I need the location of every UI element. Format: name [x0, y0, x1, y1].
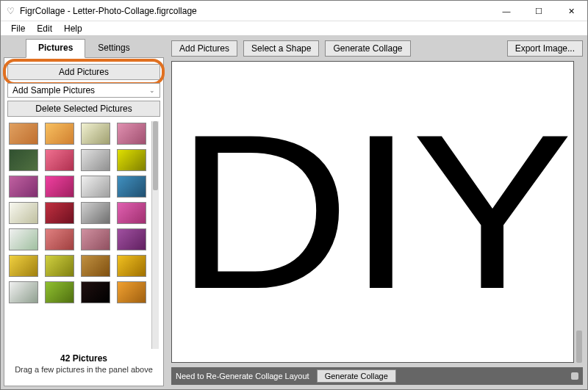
sidebar: Pictures Settings Add Pictures Add Sampl… — [1, 36, 167, 389]
thumbnail[interactable] — [9, 202, 38, 224]
shape-text: DIY — [176, 118, 570, 306]
close-button[interactable]: ✕ — [555, 1, 587, 21]
titlebar: ♡ FigrCollage - Letter-Photo-Collage.fig… — [1, 1, 587, 21]
app-icon: ♡ — [5, 6, 15, 16]
add-pictures-button[interactable]: Add Pictures — [7, 64, 160, 80]
thumbnail[interactable] — [81, 149, 110, 171]
maximize-button[interactable]: ☐ — [523, 1, 555, 21]
toolbar-add-pictures[interactable]: Add Pictures — [171, 40, 237, 57]
thumbnail[interactable] — [117, 228, 146, 250]
thumbnail[interactable] — [45, 228, 74, 250]
thumbnail[interactable] — [45, 281, 74, 303]
thumbnail[interactable] — [45, 123, 74, 145]
thumbnail[interactable] — [117, 123, 146, 145]
thumbnail[interactable] — [117, 281, 146, 303]
toolbar-export-image[interactable]: Export Image... — [507, 40, 583, 57]
collage-canvas[interactable]: DIY — [171, 61, 574, 363]
thumbnail[interactable] — [9, 123, 38, 145]
thumbnail[interactable] — [117, 149, 146, 171]
thumbnail[interactable] — [117, 202, 146, 224]
toolbar-select-shape[interactable]: Select a Shape — [243, 40, 319, 57]
toolbar-generate-collage[interactable]: Generate Collage — [325, 40, 410, 57]
thumbnail[interactable] — [45, 202, 74, 224]
canvas-scrollbar[interactable] — [576, 61, 583, 363]
status-indicator — [571, 372, 578, 380]
thumbnail[interactable] — [9, 149, 38, 171]
menu-file[interactable]: File — [5, 22, 31, 35]
thumbnail[interactable] — [81, 176, 110, 198]
dropdown-label: Add Sample Pictures — [12, 85, 95, 95]
thumbnail[interactable] — [81, 202, 110, 224]
thumbnail[interactable] — [45, 255, 74, 277]
thumbnail[interactable] — [81, 255, 110, 277]
picture-count: 42 Pictures — [10, 353, 157, 364]
thumbnail[interactable] — [81, 281, 110, 303]
thumbnail[interactable] — [9, 281, 38, 303]
thumbnail-grid — [7, 121, 151, 349]
tab-pictures[interactable]: Pictures — [26, 39, 85, 58]
add-sample-dropdown[interactable]: Add Sample Pictures ⌄ — [7, 83, 160, 98]
drag-hint: Drag a few pictures in the panel above — [10, 365, 157, 374]
thumbnail[interactable] — [81, 228, 110, 250]
thumbnail[interactable] — [117, 176, 146, 198]
thumbnail[interactable] — [9, 228, 38, 250]
window-title: FigrCollage - Letter-Photo-Collage.figrc… — [20, 6, 490, 16]
thumbnail[interactable] — [45, 176, 74, 198]
tab-settings[interactable]: Settings — [85, 39, 142, 58]
menu-edit[interactable]: Edit — [31, 22, 58, 35]
minimize-button[interactable]: — — [490, 1, 523, 21]
thumbnail[interactable] — [81, 123, 110, 145]
thumbnail[interactable] — [9, 255, 38, 277]
statusbar: Need to Re-Generate Collage Layout Gener… — [171, 367, 583, 385]
toolbar: Add Pictures Select a Shape Generate Col… — [167, 36, 587, 61]
menubar: File Edit Help — [1, 21, 587, 36]
thumbnail[interactable] — [117, 255, 146, 277]
thumbnail[interactable] — [9, 176, 38, 198]
pictures-panel: Add Pictures Add Sample Pictures ⌄ Delet… — [4, 57, 164, 386]
thumbnail[interactable] — [45, 149, 74, 171]
status-message: Need to Re-Generate Collage Layout — [176, 372, 309, 380]
delete-selected-button[interactable]: Delete Selected Pictures — [7, 101, 160, 117]
thumbnail-scrollbar[interactable] — [151, 121, 159, 349]
chevron-down-icon: ⌄ — [149, 87, 155, 94]
menu-help[interactable]: Help — [58, 22, 88, 35]
status-generate-button[interactable]: Generate Collage — [317, 369, 396, 383]
